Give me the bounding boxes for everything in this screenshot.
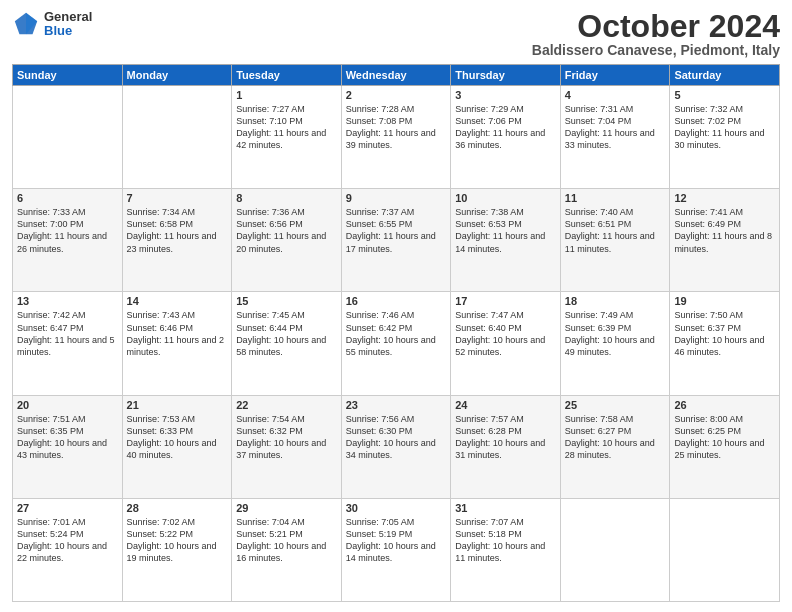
calendar-cell: 15Sunrise: 7:45 AM Sunset: 6:44 PM Dayli…: [232, 292, 342, 395]
calendar-week-3: 20Sunrise: 7:51 AM Sunset: 6:35 PM Dayli…: [13, 395, 780, 498]
calendar-cell: 27Sunrise: 7:01 AM Sunset: 5:24 PM Dayli…: [13, 498, 123, 601]
day-info: Sunrise: 7:01 AM Sunset: 5:24 PM Dayligh…: [17, 516, 118, 565]
day-number: 25: [565, 399, 666, 411]
day-info: Sunrise: 7:07 AM Sunset: 5:18 PM Dayligh…: [455, 516, 556, 565]
day-info: Sunrise: 7:37 AM Sunset: 6:55 PM Dayligh…: [346, 206, 447, 255]
day-info: Sunrise: 7:54 AM Sunset: 6:32 PM Dayligh…: [236, 413, 337, 462]
logo: General Blue: [12, 10, 92, 39]
calendar-cell: 24Sunrise: 7:57 AM Sunset: 6:28 PM Dayli…: [451, 395, 561, 498]
calendar-cell: 1Sunrise: 7:27 AM Sunset: 7:10 PM Daylig…: [232, 86, 342, 189]
day-info: Sunrise: 7:47 AM Sunset: 6:40 PM Dayligh…: [455, 309, 556, 358]
day-number: 18: [565, 295, 666, 307]
calendar-cell: 6Sunrise: 7:33 AM Sunset: 7:00 PM Daylig…: [13, 189, 123, 292]
calendar-cell: 11Sunrise: 7:40 AM Sunset: 6:51 PM Dayli…: [560, 189, 670, 292]
page: General Blue October 2024 Baldissero Can…: [0, 0, 792, 612]
day-number: 21: [127, 399, 228, 411]
day-info: Sunrise: 7:05 AM Sunset: 5:19 PM Dayligh…: [346, 516, 447, 565]
day-number: 22: [236, 399, 337, 411]
calendar-week-4: 27Sunrise: 7:01 AM Sunset: 5:24 PM Dayli…: [13, 498, 780, 601]
day-number: 11: [565, 192, 666, 204]
day-info: Sunrise: 7:58 AM Sunset: 6:27 PM Dayligh…: [565, 413, 666, 462]
calendar-cell: 4Sunrise: 7:31 AM Sunset: 7:04 PM Daylig…: [560, 86, 670, 189]
day-number: 30: [346, 502, 447, 514]
calendar-cell: 17Sunrise: 7:47 AM Sunset: 6:40 PM Dayli…: [451, 292, 561, 395]
day-number: 14: [127, 295, 228, 307]
month-title: October 2024: [532, 10, 780, 42]
day-number: 9: [346, 192, 447, 204]
day-info: Sunrise: 7:50 AM Sunset: 6:37 PM Dayligh…: [674, 309, 775, 358]
day-info: Sunrise: 7:49 AM Sunset: 6:39 PM Dayligh…: [565, 309, 666, 358]
calendar-cell: 2Sunrise: 7:28 AM Sunset: 7:08 PM Daylig…: [341, 86, 451, 189]
day-info: Sunrise: 7:46 AM Sunset: 6:42 PM Dayligh…: [346, 309, 447, 358]
day-info: Sunrise: 7:31 AM Sunset: 7:04 PM Dayligh…: [565, 103, 666, 152]
calendar-cell: 28Sunrise: 7:02 AM Sunset: 5:22 PM Dayli…: [122, 498, 232, 601]
day-number: 28: [127, 502, 228, 514]
col-thursday: Thursday: [451, 65, 561, 86]
day-info: Sunrise: 7:53 AM Sunset: 6:33 PM Dayligh…: [127, 413, 228, 462]
day-number: 7: [127, 192, 228, 204]
day-info: Sunrise: 7:02 AM Sunset: 5:22 PM Dayligh…: [127, 516, 228, 565]
calendar-cell: 21Sunrise: 7:53 AM Sunset: 6:33 PM Dayli…: [122, 395, 232, 498]
calendar-cell: [670, 498, 780, 601]
logo-text: General Blue: [44, 10, 92, 39]
header: General Blue October 2024 Baldissero Can…: [12, 10, 780, 58]
calendar-cell: 12Sunrise: 7:41 AM Sunset: 6:49 PM Dayli…: [670, 189, 780, 292]
day-number: 20: [17, 399, 118, 411]
day-info: Sunrise: 7:43 AM Sunset: 6:46 PM Dayligh…: [127, 309, 228, 358]
calendar-cell: 3Sunrise: 7:29 AM Sunset: 7:06 PM Daylig…: [451, 86, 561, 189]
day-info: Sunrise: 7:04 AM Sunset: 5:21 PM Dayligh…: [236, 516, 337, 565]
calendar-week-2: 13Sunrise: 7:42 AM Sunset: 6:47 PM Dayli…: [13, 292, 780, 395]
calendar-cell: 13Sunrise: 7:42 AM Sunset: 6:47 PM Dayli…: [13, 292, 123, 395]
calendar-week-1: 6Sunrise: 7:33 AM Sunset: 7:00 PM Daylig…: [13, 189, 780, 292]
day-info: Sunrise: 7:38 AM Sunset: 6:53 PM Dayligh…: [455, 206, 556, 255]
day-info: Sunrise: 7:41 AM Sunset: 6:49 PM Dayligh…: [674, 206, 775, 255]
calendar-cell: 26Sunrise: 8:00 AM Sunset: 6:25 PM Dayli…: [670, 395, 780, 498]
calendar-cell: 18Sunrise: 7:49 AM Sunset: 6:39 PM Dayli…: [560, 292, 670, 395]
calendar-cell: 10Sunrise: 7:38 AM Sunset: 6:53 PM Dayli…: [451, 189, 561, 292]
day-number: 17: [455, 295, 556, 307]
day-info: Sunrise: 8:00 AM Sunset: 6:25 PM Dayligh…: [674, 413, 775, 462]
col-tuesday: Tuesday: [232, 65, 342, 86]
calendar-cell: 9Sunrise: 7:37 AM Sunset: 6:55 PM Daylig…: [341, 189, 451, 292]
day-number: 5: [674, 89, 775, 101]
day-number: 24: [455, 399, 556, 411]
calendar-cell: [560, 498, 670, 601]
title-block: October 2024 Baldissero Canavese, Piedmo…: [532, 10, 780, 58]
day-info: Sunrise: 7:32 AM Sunset: 7:02 PM Dayligh…: [674, 103, 775, 152]
day-number: 29: [236, 502, 337, 514]
calendar-cell: 16Sunrise: 7:46 AM Sunset: 6:42 PM Dayli…: [341, 292, 451, 395]
day-number: 13: [17, 295, 118, 307]
day-info: Sunrise: 7:36 AM Sunset: 6:56 PM Dayligh…: [236, 206, 337, 255]
calendar-cell: 20Sunrise: 7:51 AM Sunset: 6:35 PM Dayli…: [13, 395, 123, 498]
day-number: 26: [674, 399, 775, 411]
day-info: Sunrise: 7:29 AM Sunset: 7:06 PM Dayligh…: [455, 103, 556, 152]
day-info: Sunrise: 7:57 AM Sunset: 6:28 PM Dayligh…: [455, 413, 556, 462]
logo-general: General: [44, 10, 92, 24]
day-number: 8: [236, 192, 337, 204]
day-number: 1: [236, 89, 337, 101]
col-monday: Monday: [122, 65, 232, 86]
logo-blue: Blue: [44, 24, 92, 38]
day-number: 27: [17, 502, 118, 514]
day-info: Sunrise: 7:33 AM Sunset: 7:00 PM Dayligh…: [17, 206, 118, 255]
calendar-cell: 5Sunrise: 7:32 AM Sunset: 7:02 PM Daylig…: [670, 86, 780, 189]
calendar-table: Sunday Monday Tuesday Wednesday Thursday…: [12, 64, 780, 602]
calendar-week-0: 1Sunrise: 7:27 AM Sunset: 7:10 PM Daylig…: [13, 86, 780, 189]
calendar-header-row: Sunday Monday Tuesday Wednesday Thursday…: [13, 65, 780, 86]
day-info: Sunrise: 7:34 AM Sunset: 6:58 PM Dayligh…: [127, 206, 228, 255]
calendar-cell: [122, 86, 232, 189]
calendar-cell: 31Sunrise: 7:07 AM Sunset: 5:18 PM Dayli…: [451, 498, 561, 601]
day-number: 15: [236, 295, 337, 307]
calendar-cell: 25Sunrise: 7:58 AM Sunset: 6:27 PM Dayli…: [560, 395, 670, 498]
calendar-cell: 8Sunrise: 7:36 AM Sunset: 6:56 PM Daylig…: [232, 189, 342, 292]
day-number: 6: [17, 192, 118, 204]
calendar-cell: 19Sunrise: 7:50 AM Sunset: 6:37 PM Dayli…: [670, 292, 780, 395]
col-sunday: Sunday: [13, 65, 123, 86]
day-number: 23: [346, 399, 447, 411]
calendar-cell: 14Sunrise: 7:43 AM Sunset: 6:46 PM Dayli…: [122, 292, 232, 395]
day-info: Sunrise: 7:28 AM Sunset: 7:08 PM Dayligh…: [346, 103, 447, 152]
day-number: 2: [346, 89, 447, 101]
day-number: 4: [565, 89, 666, 101]
day-info: Sunrise: 7:56 AM Sunset: 6:30 PM Dayligh…: [346, 413, 447, 462]
day-info: Sunrise: 7:27 AM Sunset: 7:10 PM Dayligh…: [236, 103, 337, 152]
